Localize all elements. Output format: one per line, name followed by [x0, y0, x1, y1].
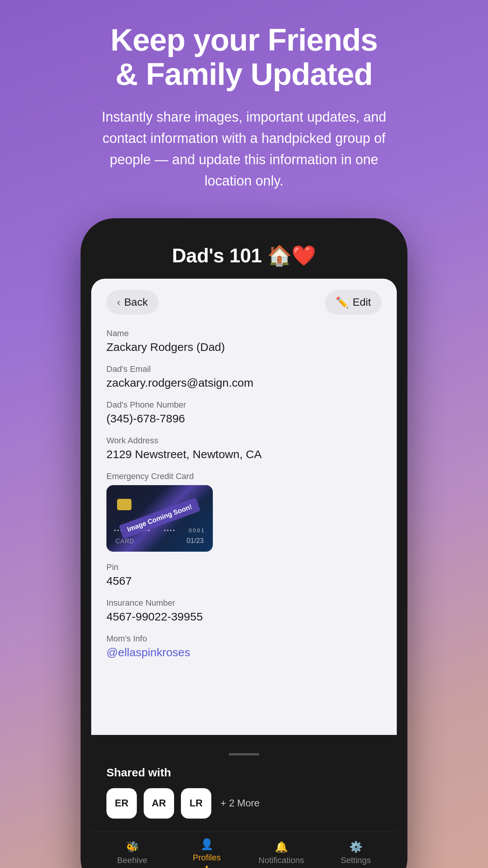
subtitle-text: Instantly share images, important update… [96, 106, 392, 191]
field-address: Work Address 2129 Newstreet, Newtown, CA [106, 436, 382, 461]
field-value-email: zackary.rodgers@atsign.com [106, 376, 382, 389]
bottom-sheet: Shared with ER AR LR + 2 More [91, 746, 397, 819]
nav-row: ‹ Back ✏️ Edit [106, 290, 382, 315]
settings-icon: ⚙️ [349, 841, 363, 853]
field-label-pin: Pin [106, 562, 382, 572]
field-value-name: Zackary Rodgers (Dad) [106, 341, 382, 354]
avatar-lr: LR [181, 788, 211, 819]
headline-line1: Keep your Friends [111, 22, 378, 57]
field-moms-info: Mom's Info @ellaspinkroses [106, 634, 382, 659]
back-button[interactable]: ‹ Back [106, 290, 158, 314]
field-value-address: 2129 Newstreet, Newtown, CA [106, 448, 382, 461]
avatar-er: ER [106, 788, 137, 819]
tab-beehive[interactable]: 🐝 Beehive [95, 841, 170, 865]
phone-title-bar: Dad's 101 🏠❤️ [91, 229, 397, 279]
field-label-phone: Dad's Phone Number [106, 400, 382, 410]
field-value-insurance: 4567-99022-39955 [106, 610, 382, 623]
field-label-moms-info: Mom's Info [106, 634, 382, 644]
field-label-name: Name [106, 328, 382, 338]
edit-icon: ✏️ [336, 296, 349, 309]
field-insurance: Insurance Number 4567-99022-39955 [106, 598, 382, 623]
tab-profiles-label: Profiles [193, 853, 220, 863]
field-card: Emergency Credit Card •••• •••• •••• 000… [106, 471, 382, 552]
field-label-card: Emergency Credit Card [106, 471, 382, 481]
card-bottom-label: CARD [116, 538, 134, 545]
field-value-pin: 4567 [106, 574, 382, 587]
tab-notifications-label: Notifications [258, 855, 304, 865]
field-label-insurance: Insurance Number [106, 598, 382, 608]
profiles-icon: 👤 [200, 838, 214, 851]
more-badge: + 2 More [220, 797, 260, 809]
card-image: •••• •••• •••• 0001 Image Coming Soon! 0… [106, 485, 213, 552]
field-name: Name Zackary Rodgers (Dad) [106, 328, 382, 354]
notifications-icon: 🔔 [275, 841, 288, 853]
tab-bar: 🐝 Beehive 👤 Profiles 🔔 Notifications ⚙️ … [91, 832, 397, 868]
tab-notifications[interactable]: 🔔 Notifications [244, 841, 318, 865]
card-dots-4: 0001 [189, 527, 205, 533]
field-value-moms-info[interactable]: @ellaspinkroses [106, 646, 190, 659]
phone-mockup: Dad's 101 🏠❤️ ‹ Back ✏️ Edit Name Zackar… [81, 218, 407, 868]
edit-button[interactable]: ✏️ Edit [325, 290, 382, 315]
edit-label: Edit [353, 296, 371, 308]
phone-content: ‹ Back ✏️ Edit Name Zackary Rodgers (Dad… [91, 279, 397, 735]
tab-settings[interactable]: ⚙️ Settings [318, 841, 393, 865]
tab-profiles-active-dot [206, 866, 208, 868]
phone-inner: Dad's 101 🏠❤️ ‹ Back ✏️ Edit Name Zackar… [91, 229, 397, 868]
tab-profiles[interactable]: 👤 Profiles [170, 838, 244, 868]
headline-line2: & Family Updated [116, 57, 373, 91]
card-expiry: 01/23 [187, 537, 204, 545]
card-dots-3: •••• [164, 527, 176, 533]
field-label-address: Work Address [106, 436, 382, 446]
tab-settings-label: Settings [341, 855, 371, 865]
tab-beehive-label: Beehive [117, 855, 147, 865]
back-label: Back [124, 296, 148, 308]
field-pin: Pin 4567 [106, 562, 382, 587]
headline: Keep your Friends & Family Updated [111, 23, 378, 91]
avatars-row: ER AR LR + 2 More [106, 788, 382, 819]
chevron-left-icon: ‹ [117, 297, 120, 308]
bottom-sheet-handle [229, 753, 259, 755]
avatar-ar: AR [144, 788, 174, 819]
shared-with-label: Shared with [106, 766, 382, 779]
field-value-phone: (345)-678-7896 [106, 412, 382, 425]
field-email: Dad's Email zackary.rodgers@atsign.com [106, 364, 382, 389]
card-chip [117, 499, 132, 510]
field-label-email: Dad's Email [106, 364, 382, 374]
phone-title: Dad's 101 🏠❤️ [103, 244, 385, 267]
beehive-icon: 🐝 [126, 841, 139, 853]
field-phone: Dad's Phone Number (345)-678-7896 [106, 400, 382, 425]
